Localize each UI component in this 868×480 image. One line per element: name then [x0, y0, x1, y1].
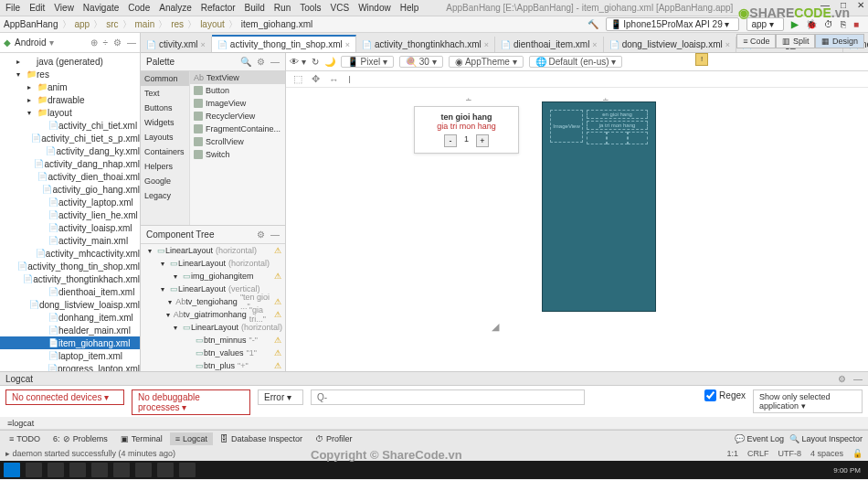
device-selector[interactable]: 📱 Iphone15ProMax API 29 ▾ — [606, 17, 740, 31]
device-pill[interactable]: 📱 Pixel ▾ — [341, 56, 394, 68]
component-row[interactable]: ▾▭ LinearLayout(horizontal)⚠ — [141, 244, 285, 257]
night-icon[interactable]: 🌙 — [324, 57, 335, 67]
project-tree[interactable]: ▸ java (generated)▾📁 res▸📁 anim▸📁 drawab… — [0, 53, 140, 371]
indent[interactable]: 4 spaces — [810, 449, 843, 458]
tree-item[interactable]: 📄 activity_dang_nhap.xml — [0, 157, 140, 170]
palette-category[interactable]: Widgets — [141, 115, 189, 130]
start-icon[interactable] — [4, 463, 20, 477]
tree-item[interactable]: 📄 activity_mhcactivity.xml — [0, 247, 140, 260]
menu-help[interactable]: Help — [400, 3, 419, 13]
tree-item[interactable]: 📄 progress_laptop.xml — [0, 362, 140, 371]
taskbar-app[interactable] — [69, 463, 86, 477]
tab-todo[interactable]: ≡ TODO — [4, 432, 46, 445]
crumb-res[interactable]: res — [171, 19, 184, 29]
palette-item[interactable]: Switch — [190, 148, 285, 161]
taskbar-app[interactable] — [179, 463, 196, 477]
tab-problems[interactable]: 6:⊘ Problems — [48, 432, 113, 445]
component-row[interactable]: ▭ btn_values"1"⚠ — [141, 347, 285, 359]
menu-code[interactable]: Code — [128, 3, 150, 13]
tree-item[interactable]: ▸📁 drawable — [0, 93, 140, 106]
logcat-sub-tab[interactable]: ≡ logcat — [0, 417, 868, 430]
tree-item[interactable]: ▸📁 anim — [0, 80, 140, 93]
tree-item[interactable]: 📄 activity_chi_tiet.xml — [0, 119, 140, 132]
hammer-icon[interactable]: 🔨 — [587, 19, 598, 29]
tab-database[interactable]: 🗄 Database Inspector — [215, 432, 308, 445]
collapse-icon[interactable]: ÷ — [103, 37, 109, 48]
tab-profiler[interactable]: ⏱ Profiler — [310, 432, 358, 445]
editor-tab[interactable]: 📄dienthoai_item.xml× — [495, 37, 604, 52]
menu-refactor[interactable]: Refactor — [201, 3, 236, 13]
menu-edit[interactable]: Edit — [29, 3, 45, 13]
palette-item[interactable]: Button — [190, 84, 285, 97]
palette-item[interactable]: RecyclerView — [190, 110, 285, 123]
view-code[interactable]: ≡ Code — [736, 34, 776, 48]
project-view-label[interactable]: Android — [15, 37, 46, 48]
process-dropdown[interactable]: No debuggable processes ▾ — [132, 389, 250, 415]
tree-item[interactable]: 📄 activity_main.xml — [0, 234, 140, 247]
component-row[interactable]: ▾▭ LinearLayout(horizontal) — [141, 257, 285, 270]
run-icon[interactable]: ▶ — [791, 19, 799, 29]
component-tree[interactable]: ▾▭ LinearLayout(horizontal)⚠▾▭ LinearLay… — [141, 244, 285, 371]
line-ending[interactable]: CRLF — [747, 449, 769, 458]
menu-file[interactable]: File — [5, 3, 20, 13]
crumb-main[interactable]: main — [135, 19, 155, 29]
gear-icon[interactable]: ⚙ — [113, 37, 122, 48]
gear-icon[interactable]: ⚙ — [838, 374, 846, 384]
search-icon[interactable]: 🔍 — [240, 57, 251, 67]
stop-icon[interactable]: ■ — [853, 19, 859, 29]
crumb-app[interactable]: app — [75, 19, 90, 29]
hide-icon[interactable]: — — [853, 374, 863, 384]
warnings-badge[interactable]: ! — [695, 53, 708, 66]
menu-tools[interactable]: Tools — [300, 3, 321, 13]
lock-icon[interactable]: 🔓 — [852, 449, 863, 458]
tree-item[interactable]: 📄 dong_listview_loaisp.xml — [0, 298, 140, 311]
component-row[interactable]: ▾▭ img_giohangitem⚠ — [141, 270, 285, 283]
taskbar-clock[interactable]: 9:00 PM — [833, 466, 864, 475]
app-selector[interactable]: app ▾ — [746, 17, 783, 31]
tree-item[interactable]: 📄 activity_dien_thoai.xml — [0, 170, 140, 183]
tree-item[interactable]: 📄 healder_main.xml — [0, 324, 140, 336]
menu-vcs[interactable]: VCS — [331, 3, 350, 13]
orientation-icon[interactable]: ↻ — [312, 57, 319, 67]
tree-item[interactable]: ▾📁 layout — [0, 106, 140, 119]
tree-item[interactable]: ▾📁 res — [0, 68, 140, 80]
hide-icon[interactable]: — — [270, 229, 280, 240]
taskbar-app[interactable] — [157, 463, 174, 477]
minus-button[interactable]: - — [444, 134, 457, 147]
palette-item-header[interactable]: Ab TextView — [190, 71, 285, 84]
theme-pill[interactable]: ◉ AppTheme ▾ — [449, 56, 524, 68]
palette-categories[interactable]: CommonTextButtonsWidgetsLayoutsContainer… — [141, 71, 190, 225]
tab-terminal[interactable]: ▣ Terminal — [115, 432, 168, 445]
view-split[interactable]: ▥ Split — [776, 34, 815, 48]
tree-item[interactable]: 📄 activity_loaisp.xml — [0, 221, 140, 234]
close-icon[interactable]: ✕ — [857, 0, 864, 10]
view-design[interactable]: ▦ Design — [815, 34, 864, 48]
api-pill[interactable]: 🍭 30 ▾ — [399, 56, 443, 68]
tree-item[interactable]: 📄 activity_dang_ky.xml — [0, 144, 140, 157]
palette-category[interactable]: Helpers — [141, 159, 189, 174]
editor-tab[interactable]: 📄activity_thongtinkhach.xml× — [356, 37, 495, 52]
tab-logcat[interactable]: ≡ Logcat — [170, 432, 213, 445]
gear-icon[interactable]: ⚙ — [257, 229, 265, 240]
gear-icon[interactable]: ⚙ — [257, 57, 265, 67]
taskbar-app[interactable] — [48, 463, 64, 477]
plus-button[interactable]: + — [476, 134, 489, 147]
component-row[interactable]: ▭ btn_plus"+"⚠ — [141, 359, 285, 371]
profile-icon[interactable]: ⏱ — [824, 19, 833, 29]
component-row[interactable]: ▾Ab tv_giatrimonhang"gia tri..."⚠ — [141, 308, 285, 321]
crumb-src[interactable]: src — [106, 19, 118, 29]
palette-category[interactable]: Google — [141, 174, 189, 188]
palette-category[interactable]: Buttons — [141, 101, 189, 115]
tree-item[interactable]: 📄 activity_laptop.xml — [0, 196, 140, 208]
tree-item[interactable]: ▸ java (generated) — [0, 55, 140, 68]
debug-icon[interactable]: 🐞 — [806, 19, 817, 29]
taskbar-app[interactable] — [91, 463, 108, 477]
target-icon[interactable]: ⊕ — [90, 37, 98, 48]
editor-tab[interactable]: 📄activity_thong_tin_shop.xml× — [212, 35, 356, 52]
cursor-icon[interactable]: I — [348, 74, 351, 85]
regex-checkbox[interactable]: Regex — [704, 389, 746, 401]
tree-item[interactable]: 📄 activity_thongtinkhach.xml — [0, 272, 140, 285]
tree-item[interactable]: 📄 laptop_item.xml — [0, 349, 140, 362]
select-icon[interactable]: ⬚ — [293, 73, 302, 85]
editor-tab[interactable]: 📄ctivity.xml× — [141, 37, 212, 52]
